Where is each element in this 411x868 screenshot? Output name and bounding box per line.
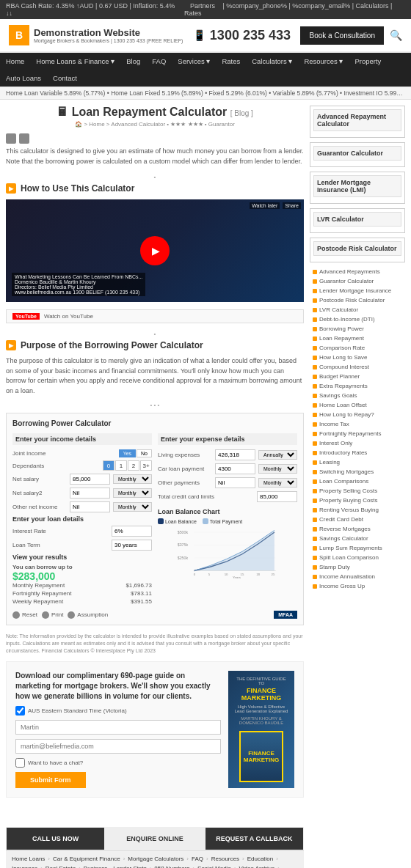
sidebar-item-repay-time[interactable]: How Long to Repay? [310,410,405,419]
living-input[interactable] [215,449,255,460]
sidebar-item-borrowing[interactable]: Borrowing Power [310,324,405,334]
name-input[interactable] [15,720,221,735]
nav-blog[interactable]: Blog [120,53,146,70]
sidebar-item-loan-repayment[interactable]: Loan Repayment [310,334,405,343]
submit-form-button[interactable]: Submit Form [15,772,86,788]
sidebar-item-income-tax[interactable]: Income Tax [310,419,405,429]
sidebar-item-interest-only[interactable]: Interest Only [310,438,405,448]
sidebar-item-leasing[interactable]: Leasing [310,457,405,467]
nav-resources[interactable]: Resources ▾ [298,53,349,70]
footer-link-video[interactable]: Video Archive [239,865,275,868]
footer-link-home-loans[interactable]: Home Loans [12,856,45,862]
sidebar-item-annualisation[interactable]: Income Annualisation [310,572,405,581]
sidebar-item-lvr[interactable]: LVR Calculator [310,305,405,315]
footer-link-mortgage-calc[interactable]: Mortgage Calculators [128,856,183,862]
search-button[interactable]: 🔍 [390,29,402,41]
nav-rates[interactable]: Rates [216,53,246,70]
nav-services[interactable]: Services ▾ [172,53,216,70]
count-3[interactable]: 3+ [140,460,152,471]
sidebar-item-compound[interactable]: Compound Interest [310,362,405,372]
timezone-check[interactable] [15,706,25,716]
nav-home-loans[interactable]: Home Loans & Finance ▾ [30,53,120,70]
reset-button[interactable]: Reset [12,611,37,619]
guarantor-calc-btn[interactable]: Guarantor Calculator [313,146,401,161]
toggle-no[interactable]: No [137,449,152,457]
footer-link-resources[interactable]: Resources [211,856,239,862]
footer-link-education[interactable]: Education [247,856,274,862]
toggle-yes[interactable]: Yes [119,449,136,457]
living-period[interactable]: AnnuallyMonthly [258,450,297,460]
watch-on-youtube[interactable]: Watch on YouTube [44,313,93,320]
callback-button[interactable]: REQUEST A CALLBACK [205,827,304,850]
net-salary-period[interactable]: MonthlyAnnuallyWeekly [113,474,152,484]
email-input[interactable] [15,739,221,754]
sidebar-item-stamp-duty[interactable]: Stamp Duty [310,562,405,572]
footer-link-faq[interactable]: FAQ [192,856,203,862]
count-1[interactable]: 1 [115,460,127,471]
loan-term-input[interactable] [112,540,152,551]
net-salary2-period[interactable]: MonthlyAnnuallyWeekly [113,488,152,498]
other-period[interactable]: MonthlyAnnually [258,478,297,488]
sidebar-item-comparison[interactable]: Comparison Rate [310,343,405,353]
print-button[interactable]: Print [42,611,63,619]
net-salary2-input[interactable] [70,488,110,499]
sidebar-item-budget[interactable]: Budget Planner [310,372,405,381]
sidebar-item-save[interactable]: How Long to Save [310,353,405,362]
other-income-period[interactable]: MonthlyAnnually [113,502,152,512]
net-salary-input[interactable] [70,474,110,485]
sidebar-item-offset[interactable]: Home Loan Offset [310,400,405,410]
sidebar-item-savings-goals[interactable]: Savings Goals [310,391,405,400]
lvr-btn[interactable]: LVR Calculator [313,212,401,227]
car-loan-input[interactable] [215,463,255,474]
footer-link-real-estate[interactable]: Real Estate [46,865,76,868]
sidebar-item-savings-calc[interactable]: Savings Calculator [310,534,405,543]
footer-link-insurance[interactable]: Insurance [12,865,37,868]
sidebar-item-advanced-repayments[interactable]: Advanced Repayments [310,267,405,276]
car-period[interactable]: MonthlyAnnually [258,464,297,474]
sidebar-item-buying[interactable]: Property Buying Costs [310,496,405,505]
credit-input[interactable] [257,491,297,502]
nav-property[interactable]: Property [349,53,387,70]
footer-link-858[interactable]: 858 Numbers [154,865,189,868]
footer-link-social[interactable]: Social Media [197,865,231,868]
sidebar-item-switching[interactable]: Switching Mortgages [310,467,405,477]
postcode-btn[interactable]: Postcode Risk Calculator [313,241,401,256]
footer-link-business[interactable]: Business [84,865,107,868]
sidebar-item-gross-up[interactable]: Income Gross Up [310,581,405,591]
count-0[interactable]: 0 [103,460,114,471]
sidebar-item-extra[interactable]: Extra Repayments [310,381,405,391]
watch-later[interactable]: Watch later [250,202,280,209]
sidebar-item-loan-comp[interactable]: Loan Comparisons [310,477,405,486]
nav-faq[interactable]: FAQ [146,53,172,70]
sidebar-item-selling[interactable]: Property Selling Costs [310,486,405,496]
assumption-button[interactable]: Assumption [68,611,108,619]
nav-auto-loans[interactable]: Auto Loans [0,70,47,87]
interest-rate-input[interactable] [112,526,152,537]
lmi-btn[interactable]: Lender Mortgage Insurance (LMI) [313,175,401,197]
advanced-repayment-btn[interactable]: Advanced Repayment Calculator [313,109,401,131]
sidebar-item-fortnightly[interactable]: Fortnightly Repayments [310,429,405,438]
nav-calculators[interactable]: Calculators ▾ [246,53,298,70]
sidebar-item-guarantor[interactable]: Guarantor Calculator [310,276,405,286]
nav-home[interactable]: Home [0,53,30,70]
share-btn[interactable]: Share [283,202,301,209]
sidebar-item-lump-sum[interactable]: Lump Sum Repayments [310,543,405,553]
sidebar-item-postcode[interactable]: Postcode Risk Calculator [310,295,405,305]
phone-link[interactable]: | %company_phone% | %company_email% | Ca… [184,2,393,17]
sidebar-item-intro-rates[interactable]: Introductory Rates [310,448,405,457]
enquire-online-button[interactable]: ENQUIRE ONLINE [105,827,204,850]
sidebar-item-lmi[interactable]: Lender Mortgage Insurance [310,286,405,295]
sidebar-item-dti[interactable]: Debt-to-Income (DTI) [310,315,405,324]
sidebar-item-credit-card[interactable]: Credit Card Debt [310,515,405,524]
partners-link[interactable]: Partners [190,2,215,10]
chat-check[interactable] [15,758,25,768]
footer-link-car[interactable]: Car & Equipment Finance [53,856,120,862]
sidebar-item-renting[interactable]: Renting Versus Buying [310,505,405,515]
footer-link-lender[interactable]: Lender Stats [113,865,146,868]
book-consultation-button[interactable]: Book a Consultation [300,26,384,45]
video-container[interactable]: Watch later Share What Marketing Lessons… [6,199,304,302]
sidebar-item-reverse[interactable]: Reverse Mortgages [310,524,405,534]
count-2[interactable]: 2 [128,460,139,471]
sidebar-item-split-loan[interactable]: Split Loan Comparison [310,553,405,562]
call-now-button[interactable]: CALL US NOW [6,827,105,850]
